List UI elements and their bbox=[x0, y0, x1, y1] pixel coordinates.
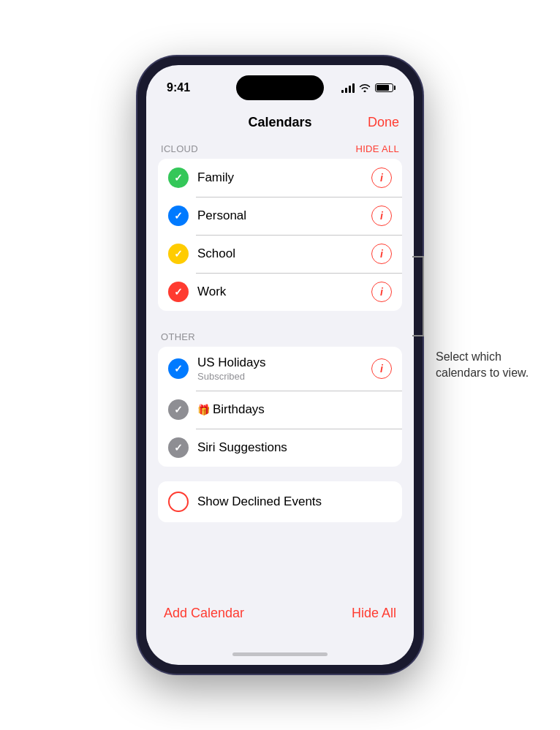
list-item[interactable]: ✓ Siri Suggestions bbox=[158, 429, 402, 467]
icloud-list-card: ✓ Family i ✓ Personal bbox=[158, 159, 402, 311]
work-check-icon: ✓ bbox=[168, 282, 189, 302]
status-icons bbox=[341, 83, 393, 93]
other-section-label: OTHER bbox=[161, 331, 195, 342]
siri-suggestions-check-icon: ✓ bbox=[168, 437, 189, 458]
birthdays-check-icon: ✓ bbox=[168, 399, 189, 420]
sheet-header: Calendars Done bbox=[146, 102, 414, 138]
list-item[interactable]: ✓ Family i bbox=[158, 159, 402, 197]
family-info-button[interactable]: i bbox=[371, 168, 392, 188]
list-item[interactable]: ✓ School i bbox=[158, 235, 402, 273]
bottom-bar: Add Calendar Hide All bbox=[146, 598, 414, 643]
list-item[interactable]: ✓ Work i bbox=[158, 273, 402, 311]
icloud-hide-all-button[interactable]: HIDE ALL bbox=[356, 143, 400, 154]
bracket bbox=[412, 256, 424, 336]
declined-toggle-icon bbox=[168, 492, 189, 512]
list-item[interactable]: ✓ US Holidays Subscribed i bbox=[158, 347, 402, 391]
personal-info-button[interactable]: i bbox=[371, 206, 392, 226]
other-section-header: OTHER bbox=[158, 326, 402, 347]
dynamic-island bbox=[236, 75, 324, 100]
sheet-title: Calendars bbox=[248, 115, 311, 130]
icloud-section: ICLOUD HIDE ALL ✓ Family i bbox=[158, 138, 402, 311]
icloud-section-header: ICLOUD HIDE ALL bbox=[158, 138, 402, 159]
home-indicator bbox=[146, 643, 414, 665]
other-section: OTHER ✓ US Holidays Subscribed i bbox=[158, 326, 402, 467]
us-holidays-label: US Holidays bbox=[197, 355, 371, 370]
show-declined-events-card: Show Declined Events bbox=[158, 481, 402, 522]
hide-all-bottom-button[interactable]: Hide All bbox=[352, 606, 396, 621]
work-label: Work bbox=[197, 285, 371, 299]
school-info-button[interactable]: i bbox=[371, 244, 392, 264]
declined-label: Show Declined Events bbox=[197, 494, 322, 509]
list-item[interactable]: ✓ 🎁Birthdays bbox=[158, 391, 402, 429]
other-list-card: ✓ US Holidays Subscribed i ✓ bbox=[158, 347, 402, 467]
family-check-icon: ✓ bbox=[168, 168, 189, 188]
battery-icon bbox=[375, 83, 393, 92]
work-info-button[interactable]: i bbox=[371, 282, 392, 302]
birthdays-label: 🎁Birthdays bbox=[197, 402, 392, 417]
personal-check-icon: ✓ bbox=[168, 206, 189, 226]
wifi-icon bbox=[359, 83, 371, 92]
personal-label: Personal bbox=[197, 208, 371, 223]
siri-suggestions-label: Siri Suggestions bbox=[197, 440, 392, 455]
us-holidays-check-icon: ✓ bbox=[168, 358, 189, 379]
annotation-text: Select which calendars to view. bbox=[436, 349, 538, 382]
family-label: Family bbox=[197, 170, 371, 185]
icloud-section-label: ICLOUD bbox=[161, 143, 198, 154]
us-holidays-info-button[interactable]: i bbox=[371, 358, 392, 379]
done-button[interactable]: Done bbox=[368, 115, 399, 130]
school-label: School bbox=[197, 247, 371, 261]
add-calendar-button[interactable]: Add Calendar bbox=[164, 606, 244, 621]
phone-frame: 9:41 Calend bbox=[137, 56, 423, 674]
birthday-icon: 🎁 bbox=[197, 404, 210, 415]
screen: 9:41 Calend bbox=[146, 65, 414, 665]
signal-bars-icon bbox=[341, 83, 355, 93]
us-holidays-subtitle: Subscribed bbox=[197, 371, 371, 382]
status-time: 9:41 bbox=[167, 81, 190, 94]
show-declined-events-item[interactable]: Show Declined Events bbox=[158, 481, 402, 522]
school-check-icon: ✓ bbox=[168, 244, 189, 264]
list-item[interactable]: ✓ Personal i bbox=[158, 197, 402, 235]
main-content: ICLOUD HIDE ALL ✓ Family i bbox=[146, 138, 414, 598]
